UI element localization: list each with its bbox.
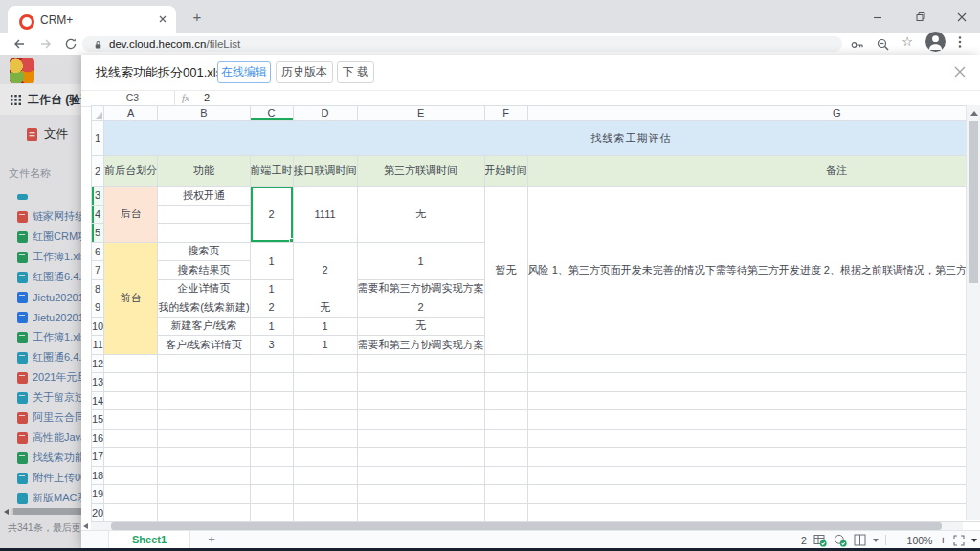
cell-C6[interactable]: 1 <box>250 242 293 279</box>
cell-C19[interactable] <box>250 485 293 504</box>
cell-G20[interactable] <box>527 503 980 522</box>
row-header-9[interactable]: 9 <box>92 298 104 318</box>
sheet-vertical-scrollbar[interactable] <box>966 105 980 520</box>
back-icon[interactable] <box>11 36 27 52</box>
horizontal-scroll-thumb[interactable] <box>111 522 942 530</box>
cell-E16[interactable] <box>357 429 484 448</box>
cell-C12[interactable] <box>250 354 293 373</box>
cell-D10[interactable]: 1 <box>293 317 357 336</box>
cell-C14[interactable] <box>250 391 293 410</box>
cell-E20[interactable] <box>357 503 484 522</box>
cell-A19[interactable] <box>104 485 158 504</box>
cell-B18[interactable] <box>158 466 250 485</box>
col-header-F[interactable]: F <box>484 106 527 121</box>
cell-C13[interactable] <box>250 373 293 392</box>
row-header-5[interactable]: 5 <box>92 224 104 243</box>
zoom-in-button[interactable]: + <box>939 533 947 547</box>
cell-B2[interactable]: 功能 <box>158 156 250 187</box>
cell-A18[interactable] <box>104 466 158 485</box>
cell-B17[interactable] <box>158 448 250 467</box>
sync-ok-icon[interactable] <box>834 534 847 547</box>
cell-D18[interactable] <box>293 466 357 485</box>
row-header-10[interactable]: 10 <box>92 317 104 336</box>
cell-C17[interactable] <box>250 448 293 467</box>
profile-avatar[interactable] <box>925 32 946 52</box>
cell-F2[interactable]: 开始时间 <box>484 156 527 187</box>
cell-F14[interactable] <box>484 391 527 410</box>
tab-close-icon[interactable] <box>157 13 168 25</box>
cell-B20[interactable] <box>158 503 250 522</box>
cell-E8[interactable]: 需要和第三方协调实现方案 <box>357 279 484 298</box>
cell-E13[interactable] <box>357 373 484 392</box>
row-header-7[interactable]: 7 <box>92 261 104 280</box>
key-icon[interactable] <box>850 37 865 53</box>
cell-G12[interactable] <box>527 354 980 373</box>
cell-B5[interactable] <box>158 224 250 243</box>
scroll-left-icon[interactable] <box>83 523 88 529</box>
reload-icon[interactable] <box>63 36 78 52</box>
col-header-D[interactable]: D <box>293 106 357 121</box>
cell-F13[interactable] <box>484 373 527 392</box>
cell-E19[interactable] <box>357 485 484 504</box>
sheet-tab-sheet1[interactable]: Sheet1 <box>108 531 190 549</box>
cell-F19[interactable] <box>484 485 527 504</box>
cell-F12[interactable] <box>484 354 527 373</box>
select-all-corner[interactable] <box>92 106 104 121</box>
cell-F20[interactable] <box>484 503 527 522</box>
tabbar-caret-icon[interactable] <box>971 539 977 542</box>
bookmark-star-icon[interactable]: ☆ <box>902 34 913 49</box>
cell-C3[interactable]: 2 <box>250 187 293 243</box>
row-header-3[interactable]: 3 <box>92 187 104 206</box>
cell-C2[interactable]: 前端工时 <box>250 156 293 187</box>
cell-A2[interactable]: 前后台划分 <box>104 156 158 187</box>
cell-G15[interactable] <box>527 410 980 430</box>
cell-G17[interactable] <box>527 448 980 467</box>
cell-C15[interactable] <box>250 410 293 430</box>
cell-E9[interactable]: 2 <box>357 298 484 318</box>
row-header-19[interactable]: 19 <box>92 485 104 504</box>
cell-E6[interactable]: 1 <box>357 242 484 279</box>
forward-icon[interactable] <box>38 36 54 52</box>
row-header-11[interactable]: 11 <box>92 336 104 355</box>
zoom-out-page-icon[interactable] <box>876 37 891 53</box>
cell-F16[interactable] <box>484 429 527 448</box>
cell-E17[interactable] <box>357 448 484 467</box>
cell-A16[interactable] <box>104 429 158 448</box>
cell-G16[interactable] <box>527 429 980 448</box>
cell-A3[interactable]: 后台 <box>104 187 158 243</box>
cell-C11[interactable]: 3 <box>250 336 293 355</box>
row-header-14[interactable]: 14 <box>92 391 104 410</box>
zoom-out-button[interactable]: − <box>893 533 901 547</box>
cell-D3[interactable]: 1111 <box>293 187 357 243</box>
row-header-17[interactable]: 17 <box>92 448 104 467</box>
cell-C20[interactable] <box>250 503 293 522</box>
cell-G13[interactable] <box>527 373 980 392</box>
grid-view-caret-icon[interactable] <box>873 539 879 542</box>
browser-menu-icon[interactable] <box>953 35 967 49</box>
cell-B12[interactable] <box>158 354 250 373</box>
sheet-horizontal-scrollbar[interactable] <box>91 522 963 530</box>
cell-B6[interactable]: 搜索页 <box>158 242 250 261</box>
col-header-B[interactable]: B <box>158 106 250 121</box>
row-header-1[interactable]: 1 <box>92 121 104 156</box>
browser-tab[interactable]: CRM+ <box>8 6 176 33</box>
cell-D17[interactable] <box>293 448 357 467</box>
modal-close-icon[interactable] <box>954 66 966 77</box>
cell-D16[interactable] <box>293 429 357 448</box>
row-header-8[interactable]: 8 <box>92 279 104 298</box>
cell-G2[interactable]: 备注 <box>527 156 980 187</box>
cell-E11[interactable]: 需要和第三方协调实现方案 <box>357 336 484 355</box>
cell-B16[interactable] <box>158 429 250 448</box>
cell-D20[interactable] <box>293 503 357 522</box>
cell-B15[interactable] <box>158 410 250 430</box>
cell-D9[interactable]: 无 <box>293 298 357 318</box>
cell-C16[interactable] <box>250 429 293 448</box>
cell-E15[interactable] <box>357 410 484 430</box>
cell-D19[interactable] <box>293 485 357 504</box>
window-minimize-button[interactable] <box>857 0 899 33</box>
row-header-16[interactable]: 16 <box>92 429 104 448</box>
cell-D11[interactable]: 1 <box>293 336 357 355</box>
scroll-up-icon[interactable] <box>970 111 978 116</box>
cell-C8[interactable]: 1 <box>250 279 293 298</box>
cell-B9[interactable]: 我的线索(线索新建) <box>158 298 250 318</box>
